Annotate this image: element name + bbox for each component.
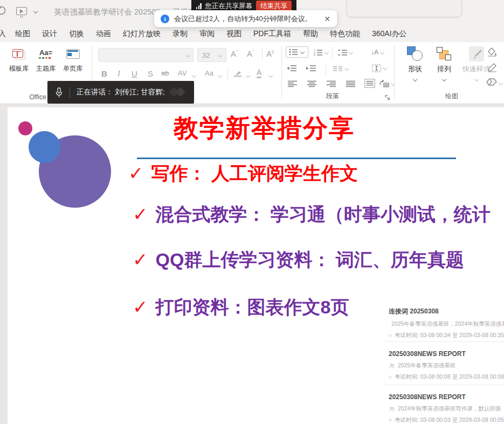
convert-to-smartart-button[interactable]: [379, 80, 396, 87]
tab-insert-partial[interactable]: 入: [0, 29, 9, 39]
highlighter-chevron-icon[interactable]: [246, 73, 251, 78]
decrease-indent-button[interactable]: [287, 65, 296, 72]
microphone-icon: [55, 87, 63, 98]
justify-button[interactable]: [346, 80, 355, 87]
font-size-select[interactable]: 32: [197, 48, 226, 62]
quiz-classes-row: 2025年春季英语强基班，2024年秋季英语强基班写: [389, 320, 504, 328]
share-bars-icon: [196, 3, 202, 9]
align-right-button[interactable]: [327, 80, 336, 87]
align-text-vertical-button[interactable]: [372, 64, 388, 72]
quick-styles-icon: [469, 46, 484, 61]
tab-review[interactable]: 审阅: [194, 29, 220, 39]
quiz-card[interactable]: 20250308NEWS REPORT 2025年春季英语强基班 考试时间: 0…: [380, 342, 504, 385]
eraser-icon[interactable]: [486, 78, 498, 86]
quick-styles-chevron-icon: [474, 77, 479, 82]
tab-transitions[interactable]: 切换: [63, 29, 90, 39]
tab-slideshow[interactable]: 幻灯片放映: [117, 29, 167, 39]
close-icon[interactable]: ✕: [322, 15, 330, 23]
bullet-printed-materials[interactable]: ✓打印资料：图表作文8页: [133, 295, 349, 320]
character-spacing-button[interactable]: AV: [178, 69, 187, 77]
bullet-writing[interactable]: ✓写作： 人工评阅学生作文: [128, 161, 358, 186]
text-direction-button[interactable]: ↓A: [371, 49, 385, 56]
shapes-icon: [407, 46, 423, 61]
character-spacing-chevron-icon[interactable]: [192, 73, 197, 78]
strikethrough-button[interactable]: ab: [161, 69, 169, 77]
underline-button[interactable]: U: [132, 69, 137, 78]
check-icon: ✓: [133, 249, 148, 270]
change-case-chevron-icon[interactable]: [218, 73, 223, 78]
highlighter-icon[interactable]: [233, 70, 244, 78]
tab-special-features[interactable]: 特色功能: [324, 29, 366, 39]
font-color-chevron-icon[interactable]: [268, 73, 273, 78]
meeting-notice-text: 会议已超过2人，自动转为40分钟限时会议。: [174, 14, 317, 24]
clock-icon: [389, 417, 392, 423]
decrease-indent-icon: [287, 65, 296, 72]
tab-help[interactable]: 帮助: [297, 29, 324, 39]
font-name-select[interactable]: [98, 48, 194, 62]
numbering-button[interactable]: 1 2 3: [314, 49, 329, 56]
bold-button[interactable]: B: [101, 69, 107, 78]
tab-animations[interactable]: 动画: [90, 29, 117, 39]
undo-icon[interactable]: [0, 4, 8, 17]
meeting-app-logo-icon: [168, 84, 190, 100]
search-input[interactable]: [347, 0, 462, 17]
theme-library-button[interactable]: Aa= 主题库: [33, 45, 59, 73]
line-spacing-button[interactable]: [337, 49, 354, 56]
slide-canvas: 教学新举措分享 ✓写作： 人工评阅学生作文 ✓混合式教学： 学习通（时事小测试，…: [0, 104, 504, 424]
people-icon: [389, 363, 395, 369]
tab-view[interactable]: 视图: [220, 29, 247, 39]
slide[interactable]: 教学新举措分享 ✓写作： 人工评阅学生作文 ✓混合式教学： 学习通（时事小测试，…: [8, 107, 504, 424]
template-library-button[interactable]: 模板库: [6, 45, 32, 73]
arrange-button[interactable]: 排列: [430, 45, 458, 84]
tab-design[interactable]: 设计: [36, 29, 63, 39]
quiz-classes-row: 2025年春季英语强基班: [389, 362, 504, 370]
shape-outline-icon[interactable]: [487, 63, 498, 72]
columns-button[interactable]: [333, 66, 349, 71]
align-center-button[interactable]: [307, 80, 316, 87]
tab-pdf-toolbox[interactable]: PDF工具箱: [247, 29, 297, 39]
bullet-blended-teaching[interactable]: ✓混合式教学： 学习通（时事小测试，统计: [133, 202, 491, 227]
text-direction-icon: ↓A: [371, 49, 378, 56]
slide-title[interactable]: 教学新举措分享: [129, 112, 399, 145]
grow-font-button[interactable]: Aˆ: [231, 49, 238, 58]
arrange-chevron-icon: [442, 77, 447, 82]
change-case-button[interactable]: Aa: [205, 69, 213, 77]
line-spacing-icon: [337, 49, 347, 56]
smartart-icon: [379, 80, 389, 87]
slideshow-icon[interactable]: [16, 7, 27, 15]
align-left-button[interactable]: [288, 80, 297, 87]
people-icon: [389, 406, 395, 412]
shapes-button[interactable]: 形状: [401, 45, 429, 84]
justify-icon: [346, 80, 355, 87]
font-color-button[interactable]: A: [257, 68, 261, 78]
increase-indent-button[interactable]: [306, 65, 316, 72]
distribute-text-button[interactable]: [364, 79, 375, 88]
columns-icon: [333, 66, 343, 71]
bullet-qq-materials[interactable]: ✓QQ群上传学习资料： 词汇、历年真题: [133, 248, 464, 272]
shrink-font-button[interactable]: Aˇ: [247, 49, 254, 58]
shape-fill-icon[interactable]: [487, 47, 498, 57]
qat-chevron-down-icon[interactable]: [33, 9, 38, 14]
bullets-button[interactable]: [286, 46, 308, 58]
tab-360ai[interactable]: 360AI办公: [366, 29, 413, 39]
italic-button[interactable]: I: [118, 69, 120, 78]
tab-record[interactable]: 录制: [167, 29, 194, 39]
clear-formatting-button[interactable]: A◊: [266, 49, 274, 58]
quiz-card[interactable]: 20250308NEWS REPORT 2024年秋季英语强基班写作课，默认班级…: [380, 385, 504, 424]
paragraph-dialog-launcher-icon[interactable]: [385, 95, 390, 100]
shadow-button[interactable]: S: [148, 69, 153, 78]
align-center-icon: [307, 80, 316, 87]
tab-draw[interactable]: 绘图: [9, 29, 36, 39]
increase-indent-icon: [306, 65, 316, 72]
page-library-icon: [66, 49, 80, 59]
clock-icon: [389, 332, 392, 339]
share-banner-text: 您正在共享屏幕: [205, 2, 253, 11]
eraser-chevron-icon[interactable]: [499, 81, 503, 86]
check-icon: ✓: [133, 297, 148, 317]
shapes-chevron-icon: [413, 77, 418, 82]
quiz-card[interactable]: 连接词 20250308 2025年春季英语强基班，2024年秋季英语强基班写 …: [380, 299, 504, 342]
slideshow-icon-stand: [20, 16, 23, 18]
decor-circle-pink: [18, 121, 32, 135]
quiz-time-row: 考试时间: 03-08 00:34 至 2029-03-08 00:35: [389, 332, 504, 339]
page-library-button[interactable]: 单页库: [60, 45, 86, 73]
